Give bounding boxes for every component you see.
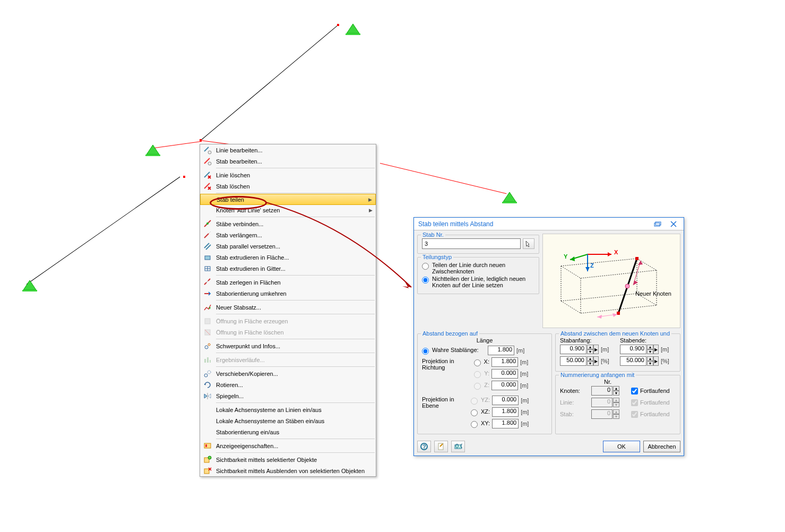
svg-rect-18 — [204, 359, 206, 363]
svg-marker-4 — [503, 192, 516, 202]
support-icon — [22, 279, 38, 293]
col-nr: Nr. — [592, 379, 624, 385]
menu-item-stab-verlaengern[interactable]: Stab verlängern... — [200, 229, 376, 241]
svg-rect-1 — [346, 33, 360, 35]
svg-point-21 — [204, 374, 208, 377]
submenu-arrow-icon: ▶ — [369, 208, 373, 213]
svg-marker-34 — [608, 252, 611, 256]
stabanfang-pct-input[interactable]: 50.000▲▼▶ — [560, 356, 599, 366]
linie-nr-input: 0▲▼ — [591, 398, 619, 407]
menu-item-stab-loeschen[interactable]: Stab löschen — [200, 181, 376, 192]
fortlaufend-stab-check: Fortlaufend — [631, 411, 670, 418]
svg-point-9 — [208, 162, 211, 165]
svg-rect-14 — [205, 319, 210, 324]
units-button[interactable]: 0.00 — [451, 441, 465, 452]
menu-item-extrudieren-flaeche[interactable]: Stab extrudieren in Fläche... — [200, 252, 376, 263]
proj-ebene-label: Projektion in Ebene — [422, 394, 471, 430]
linie-label: Linie: — [560, 399, 589, 406]
stabende-label: Stabende: — [620, 337, 676, 344]
support-icon — [145, 144, 161, 158]
svg-marker-24 — [208, 394, 211, 398]
svg-point-17 — [208, 344, 210, 346]
svg-marker-51 — [613, 313, 617, 317]
preview-panel: X Y Z — [542, 234, 680, 328]
svg-text:*: * — [209, 306, 211, 312]
menu-item-oeffnung-erzeugen: Öffnung in Fläche erzeugen — [200, 315, 376, 327]
svg-point-28 — [208, 456, 211, 459]
notes-button[interactable] — [434, 441, 448, 452]
radio-wahre-stab[interactable]: Wahre Stablänge: — [422, 347, 486, 355]
svg-rect-7 — [22, 290, 37, 291]
menu-item-stab-bearbeiten[interactable]: Stab bearbeiten... — [200, 156, 376, 167]
menu-item-orientierung-umkehren[interactable]: Staborientierung umkehren — [200, 288, 376, 299]
abst-zw-label: Abstand zwischen dem neuen Knoten und — [559, 330, 671, 337]
menu-item-knoten-auf-linie[interactable]: Knoten 'Auf Linie' setzen▶ — [200, 204, 376, 216]
menu-item-stab-teilen[interactable]: Stab teilen▶ — [200, 194, 376, 205]
close-button[interactable] — [666, 219, 682, 229]
submenu-arrow-icon: ▶ — [368, 197, 372, 202]
menu-item-anzeigeeigenschaften[interactable]: Anzeigeeigenschaften... — [200, 440, 376, 451]
svg-marker-23 — [204, 394, 207, 398]
abstand-label: Abstand bezogen auf — [421, 330, 479, 337]
radio-nichtteilen[interactable]: Nichtteilen der Linie, lediglich neuen K… — [422, 276, 534, 288]
stab-label: Stab: — [560, 411, 589, 417]
knoten-label: Knoten: — [560, 388, 589, 394]
help-button[interactable] — [650, 219, 666, 229]
stab-nr-input: 0▲▼ — [591, 409, 619, 419]
svg-text:X: X — [614, 249, 618, 255]
radio-x[interactable]: X: — [471, 358, 489, 366]
menu-item-verschieben[interactable]: Verschieben/Kopieren... — [200, 368, 376, 379]
svg-marker-50 — [597, 315, 602, 319]
svg-rect-20 — [210, 360, 211, 363]
menu-item-schwerpunkt[interactable]: Schwerpunkt und Infos... — [200, 340, 376, 351]
pick-member-button[interactable] — [523, 238, 534, 249]
menu-item-orientierung-einaus[interactable]: Staborientierung ein/aus — [200, 426, 376, 437]
menu-item-neuer-stabsatz[interactable]: *Neuer Stabsatz... — [200, 302, 376, 313]
menu-item-rotieren[interactable]: Rotieren... — [200, 379, 376, 390]
stabende-pct-input[interactable]: 50.000▲▼▶ — [620, 356, 659, 366]
menu-item-achsen-linien[interactable]: Lokale Achsensysteme an Linien ein/aus — [200, 404, 376, 415]
svg-point-22 — [208, 371, 211, 374]
radio-teilen[interactable]: Teilen der Linie durch neuen Zwischenkno… — [422, 262, 534, 274]
svg-rect-29 — [204, 469, 209, 474]
svg-text:Neuer Knoten: Neuer Knoten — [635, 290, 671, 297]
fortlaufend-knoten-check[interactable]: Fortlaufend — [631, 388, 670, 394]
menu-item-extrudieren-gitter[interactable]: Stab extrudieren in Gitter... — [200, 263, 376, 274]
svg-rect-19 — [207, 357, 209, 363]
knoten-nr-input[interactable]: 0▲▼ — [591, 386, 619, 396]
menu-item-staebe-verbinden[interactable]: Stäbe verbinden... — [200, 218, 376, 229]
menu-item-zerlegen-flaechen[interactable]: Stab zerlegen in Flächen — [200, 277, 376, 288]
context-menu: Linie bearbeiten... Stab bearbeiten... L… — [200, 144, 376, 477]
menu-item-stab-parallel[interactable]: Stab parallel versetzen... — [200, 241, 376, 252]
menu-item-spiegeln[interactable]: Spiegeln... — [200, 390, 376, 401]
menu-item-sichtbarkeit-ausblenden[interactable]: Sichtbarkeit mittels Ausblenden von sele… — [200, 465, 376, 476]
len-true-value: 1.800 — [488, 346, 514, 355]
proj-richtung-label: Projektion in Richtung — [422, 356, 471, 391]
stab-teilen-dialog: Stab teilen mittels Abstand Stab Nr. Tei… — [413, 217, 684, 456]
svg-rect-3 — [145, 155, 160, 156]
cancel-button[interactable]: Abbrechen — [643, 441, 680, 452]
radio-y: Y: — [471, 370, 489, 378]
menu-item-linie-bearbeiten[interactable]: Linie bearbeiten... — [200, 144, 376, 156]
ok-button[interactable]: OK — [603, 441, 640, 452]
stabanfang-m-input[interactable]: 0.900▲▼▶ — [560, 345, 599, 354]
svg-text:0.00: 0.00 — [455, 443, 462, 449]
svg-marker-0 — [347, 24, 359, 33]
svg-point-10 — [206, 222, 209, 225]
fortlaufend-linie-check: Fortlaufend — [631, 399, 670, 406]
menu-item-oeffnung-loeschen: Öffnung in Fläche löschen — [200, 327, 376, 338]
svg-marker-2 — [146, 145, 159, 155]
radio-xz[interactable]: XZ: — [471, 408, 490, 416]
support-icon — [502, 191, 517, 205]
col-laenge: Länge — [422, 337, 547, 344]
menu-item-linie-loeschen[interactable]: Linie löschen — [200, 169, 376, 181]
help-icon-button[interactable]: ? — [417, 441, 431, 452]
svg-point-16 — [205, 346, 208, 349]
support-icon — [345, 23, 361, 37]
menu-item-achsen-staeben[interactable]: Lokale Achsensysteme an Stäben ein/aus — [200, 415, 376, 426]
stabende-m-input[interactable]: 0.900▲▼▶ — [620, 345, 659, 354]
menu-item-sichtbarkeit-selektiert[interactable]: Sichtbarkeit mittels selektierter Objekt… — [200, 454, 376, 465]
radio-xy[interactable]: XY: — [471, 420, 490, 428]
stabnr-input[interactable] — [422, 238, 521, 249]
radio-yz: YZ: — [471, 397, 490, 405]
